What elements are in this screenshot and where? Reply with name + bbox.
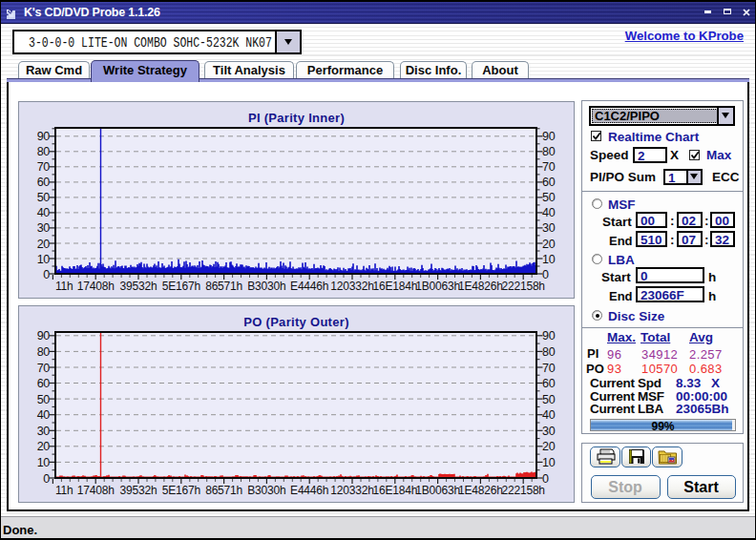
svg-text:11h: 11h — [55, 280, 74, 293]
svg-text:70: 70 — [37, 160, 51, 174]
svg-text:5E167h: 5E167h — [162, 280, 200, 293]
svg-text:50: 50 — [542, 393, 556, 406]
svg-text:60: 60 — [542, 377, 556, 390]
svg-text:1E4826h: 1E4826h — [458, 280, 503, 293]
svg-text:50: 50 — [542, 191, 556, 204]
svg-text:80: 80 — [37, 345, 51, 359]
svg-text:60: 60 — [542, 176, 556, 189]
svg-text:5E167h: 5E167h — [162, 484, 200, 497]
svg-text:60: 60 — [37, 176, 51, 189]
svg-text:10: 10 — [542, 456, 556, 469]
svg-text:80: 80 — [542, 345, 556, 359]
svg-text:80: 80 — [542, 145, 556, 158]
svg-text:90: 90 — [542, 130, 556, 143]
svg-text:B3030h: B3030h — [247, 484, 285, 497]
svg-text:30: 30 — [542, 221, 556, 235]
svg-text:11h: 11h — [55, 484, 74, 497]
svg-text:40: 40 — [37, 408, 51, 422]
svg-text:222158h: 222158h — [502, 484, 545, 497]
svg-text:86571h: 86571h — [205, 280, 242, 293]
svg-text:120332h: 120332h — [330, 484, 373, 497]
svg-text:1B0063h: 1B0063h — [415, 484, 460, 497]
svg-text:80: 80 — [37, 145, 51, 158]
svg-text:40: 40 — [542, 206, 556, 219]
svg-text:40: 40 — [542, 408, 556, 422]
svg-text:50: 50 — [37, 191, 51, 204]
svg-text:1E4826h: 1E4826h — [458, 484, 503, 497]
svg-text:30: 30 — [542, 425, 556, 438]
svg-text:17408h: 17408h — [77, 280, 115, 293]
svg-text:90: 90 — [37, 130, 51, 143]
svg-text:70: 70 — [542, 160, 556, 174]
svg-text:16E184h: 16E184h — [372, 280, 417, 293]
svg-text:70: 70 — [37, 362, 51, 375]
svg-text:0: 0 — [43, 472, 50, 486]
svg-text:20: 20 — [542, 238, 556, 251]
svg-text:17408h: 17408h — [77, 484, 115, 497]
svg-text:10: 10 — [37, 253, 51, 266]
svg-text:E4446h: E4446h — [290, 484, 328, 497]
svg-text:39532h: 39532h — [120, 280, 158, 293]
svg-text:60: 60 — [37, 377, 51, 390]
svg-text:10: 10 — [542, 253, 556, 266]
svg-text:40: 40 — [37, 206, 51, 219]
svg-text:20: 20 — [542, 440, 556, 453]
svg-text:0: 0 — [43, 268, 50, 281]
svg-text:222158h: 222158h — [502, 280, 545, 293]
svg-text:20: 20 — [37, 440, 51, 453]
svg-text:90: 90 — [37, 329, 51, 343]
svg-text:39532h: 39532h — [120, 484, 158, 497]
svg-text:B3030h: B3030h — [247, 280, 285, 293]
svg-text:90: 90 — [542, 329, 556, 343]
svg-text:30: 30 — [37, 425, 51, 438]
svg-text:16E184h: 16E184h — [372, 484, 417, 497]
svg-text:70: 70 — [542, 362, 556, 375]
svg-text:1B0063h: 1B0063h — [415, 280, 460, 293]
svg-text:20: 20 — [37, 238, 51, 251]
svg-text:50: 50 — [37, 393, 51, 406]
svg-text:86571h: 86571h — [205, 484, 242, 497]
svg-text:E4446h: E4446h — [290, 280, 328, 293]
svg-text:30: 30 — [37, 221, 51, 235]
svg-text:120332h: 120332h — [330, 280, 373, 293]
svg-text:10: 10 — [37, 456, 51, 469]
